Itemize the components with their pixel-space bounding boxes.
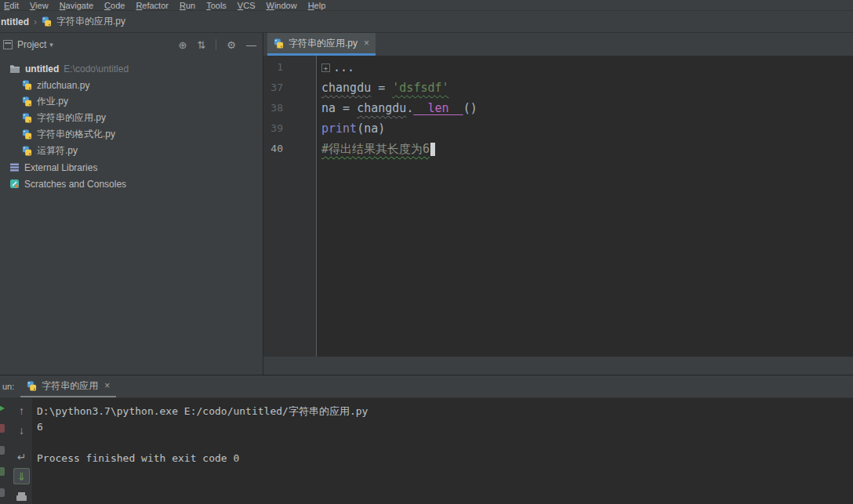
run-toolbar-clipped bbox=[0, 398, 11, 504]
down-stack-trace-icon[interactable]: ↓ bbox=[13, 422, 30, 438]
breadcrumb: ntitled › 字符串的应用.py bbox=[0, 11, 853, 33]
scratches-icon bbox=[9, 179, 20, 189]
editor-tab[interactable]: 字符串的应用.py × bbox=[267, 33, 376, 56]
libraries-icon bbox=[9, 162, 20, 172]
run-tab-bar: un: 字符串的应用 × bbox=[0, 375, 853, 398]
tree-item[interactable]: Scratches and Consoles bbox=[0, 176, 263, 192]
text-cursor bbox=[430, 143, 435, 156]
collapse-all-icon[interactable]: ⇅ bbox=[197, 39, 205, 51]
tree-root[interactable]: untitledE:\codo\untitled bbox=[0, 60, 263, 77]
toolbar-icon[interactable] bbox=[0, 488, 5, 497]
project-panel-header: Project ▾ ⊕ ⇅ ⚙ — bbox=[0, 33, 263, 56]
soft-wrap-icon[interactable]: ↵ bbox=[13, 448, 30, 465]
editor-gutter: 137383940 bbox=[263, 56, 317, 357]
console-line bbox=[37, 435, 853, 451]
code-area[interactable]: +...changdu = 'dsfsdf'na = changdu.__len… bbox=[317, 56, 853, 357]
console-toolbar: ↑ ↓ ↵ ⇓ bbox=[11, 398, 32, 504]
tree-item-label: 字符串的格式化.py bbox=[37, 128, 115, 141]
code-line-37[interactable]: changdu = 'dsfsdf' bbox=[321, 78, 853, 98]
breadcrumb-separator-icon: › bbox=[34, 16, 37, 27]
project-window-icon bbox=[3, 40, 13, 49]
hide-panel-icon[interactable]: — bbox=[246, 39, 256, 51]
tree-item[interactable]: External Libraries bbox=[0, 159, 263, 176]
tree-item-label: Scratches and Consoles bbox=[24, 179, 126, 190]
menu-item-window[interactable]: Window bbox=[260, 1, 302, 10]
code-editor[interactable]: 137383940 +...changdu = 'dsfsdf'na = cha… bbox=[263, 56, 853, 357]
code-line-40[interactable]: #得出结果其长度为6 bbox=[321, 139, 853, 159]
run-panel-body: ↑ ↓ ↵ ⇓ D:\python3.7\python.exe E:/codo/… bbox=[0, 398, 853, 504]
code-token: changdu bbox=[357, 101, 406, 115]
code-token: (na) bbox=[357, 121, 385, 136]
menu-item-refactor[interactable]: Refactor bbox=[130, 1, 174, 10]
tree-root-name: untitled bbox=[25, 63, 59, 74]
python-file-icon bbox=[22, 80, 32, 90]
project-panel-title[interactable]: Project ▾ bbox=[17, 39, 53, 50]
run-window-label: un: bbox=[2, 382, 14, 391]
close-tab-icon[interactable]: × bbox=[104, 380, 110, 391]
locate-icon[interactable]: ⊕ bbox=[179, 39, 187, 51]
menu-item-navigate[interactable]: Navigate bbox=[54, 1, 99, 10]
code-line-38[interactable]: na = changdu.__len__() bbox=[321, 98, 853, 118]
tree-item[interactable]: 作业.py bbox=[0, 93, 263, 110]
project-tool-window: Project ▾ ⊕ ⇅ ⚙ — untitledE:\codo\untitl… bbox=[0, 33, 263, 375]
code-token: ... bbox=[333, 60, 354, 74]
menu-item-vcs[interactable]: VCS bbox=[232, 1, 261, 10]
python-file-icon bbox=[27, 381, 37, 391]
console-line: Process finished with exit code 0 bbox=[37, 451, 853, 466]
print-icon[interactable] bbox=[13, 488, 30, 504]
tree-item[interactable]: 字符串的应用.py bbox=[0, 110, 263, 126]
close-tab-icon[interactable]: × bbox=[364, 38, 369, 49]
tree-item-label: 作业.py bbox=[37, 95, 68, 108]
line-number: 39 bbox=[263, 118, 316, 139]
editor-tab-label: 字符串的应用.py bbox=[289, 37, 358, 50]
code-token: #得出结果其长度为6 bbox=[321, 142, 430, 156]
code-line-1[interactable]: +... bbox=[321, 57, 853, 78]
run-tab[interactable]: 字符串的应用 × bbox=[20, 375, 116, 397]
printer-icon bbox=[16, 495, 27, 501]
console-line: 6 bbox=[37, 419, 853, 435]
tree-item[interactable]: 字符串的格式化.py bbox=[0, 126, 263, 143]
code-token: __len__ bbox=[413, 101, 463, 115]
python-file-icon bbox=[22, 113, 32, 123]
menu-item-edit[interactable]: Edit bbox=[0, 1, 24, 10]
tree-item[interactable]: 运算符.py bbox=[0, 143, 263, 159]
tree-item-label: External Libraries bbox=[24, 162, 97, 173]
menu-item-code[interactable]: Code bbox=[99, 1, 130, 10]
tree-item-label: zifuchuan.py bbox=[37, 80, 89, 91]
breadcrumb-file[interactable]: 字符串的应用.py bbox=[56, 15, 125, 28]
console-output[interactable]: D:\python3.7\python.exe E:/codo/untitled… bbox=[32, 398, 853, 504]
project-panel-title-label: Project bbox=[17, 39, 46, 50]
python-file-icon bbox=[42, 16, 52, 27]
stop-icon[interactable] bbox=[0, 424, 5, 433]
toolbar-icon[interactable] bbox=[0, 467, 5, 476]
breadcrumb-project[interactable]: ntitled bbox=[1, 16, 29, 27]
editor-bottom-strip bbox=[263, 357, 853, 375]
menu-item-run[interactable]: Run bbox=[174, 1, 201, 10]
menu-item-help[interactable]: Help bbox=[303, 1, 332, 10]
python-file-icon bbox=[22, 129, 32, 140]
chevron-down-icon: ▾ bbox=[49, 41, 53, 49]
menu-item-view[interactable]: View bbox=[24, 1, 54, 10]
run-tool-window: un: 字符串的应用 × ↑ ↓ ↵ ⇓ D:\python3 bbox=[0, 375, 853, 504]
main-area: Project ▾ ⊕ ⇅ ⚙ — untitledE:\codo\untitl… bbox=[0, 33, 853, 375]
fold-marker-icon[interactable]: + bbox=[321, 63, 330, 72]
toolbar-icon[interactable] bbox=[0, 446, 5, 455]
line-number: 40 bbox=[263, 139, 316, 159]
editor-tab-bar: 字符串的应用.py × bbox=[263, 33, 853, 56]
scroll-to-end-icon[interactable]: ⇓ bbox=[13, 468, 30, 484]
line-number: 37 bbox=[263, 78, 316, 98]
tree-root-path: E:\codo\untitled bbox=[64, 63, 129, 74]
code-line-39[interactable]: print(na) bbox=[321, 118, 853, 139]
code-token: 'dsfsdf' bbox=[392, 81, 448, 95]
tree-item[interactable]: zifuchuan.py bbox=[0, 77, 263, 93]
rerun-icon[interactable] bbox=[0, 404, 5, 413]
code-token: () bbox=[463, 101, 477, 115]
python-file-icon bbox=[22, 96, 32, 107]
project-tree: untitledE:\codo\untitledzifuchuan.py作业.p… bbox=[0, 56, 263, 375]
menu-item-tools[interactable]: Tools bbox=[201, 1, 232, 10]
code-token: na = bbox=[321, 101, 357, 115]
settings-icon[interactable]: ⚙ bbox=[227, 39, 236, 51]
folder-icon bbox=[9, 63, 20, 74]
up-stack-trace-icon[interactable]: ↑ bbox=[13, 402, 30, 419]
editor-column: 字符串的应用.py × 137383940 +...changdu = 'dsf… bbox=[263, 33, 853, 375]
